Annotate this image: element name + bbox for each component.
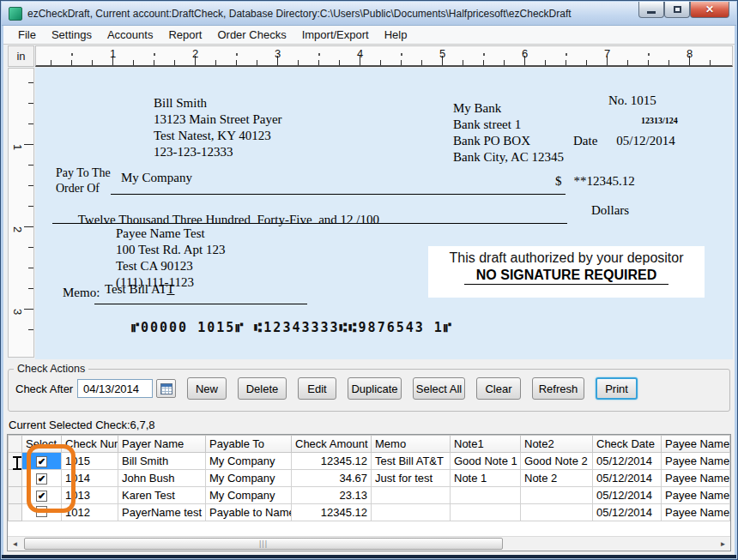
- table-row[interactable]: 1012 PayerName test Payable to Name 1234…: [9, 504, 730, 521]
- app-window: ezCheckDraft, Current account:DraftCheck…: [0, 0, 738, 560]
- app-icon: [9, 7, 22, 21]
- payable-to-value: My Company: [121, 171, 192, 184]
- select-cell: ✔: [22, 453, 62, 470]
- row-checkbox[interactable]: ✔: [36, 491, 47, 502]
- ruler-unit-label: in: [8, 45, 34, 67]
- horizontal-scrollbar[interactable]: ◄ ||| ►: [8, 536, 730, 551]
- check-date-row: Date 05/12/2014: [573, 134, 675, 148]
- scroll-right-arrow-icon[interactable]: ►: [716, 537, 730, 551]
- title-bar: ezCheckDraft, Current account:DraftCheck…: [2, 2, 736, 26]
- dollars-label: Dollars: [591, 203, 629, 218]
- hruler-number: 4: [357, 47, 363, 60]
- menu-report[interactable]: Report: [160, 27, 209, 43]
- restore-button[interactable]: [664, 2, 690, 18]
- row-checkbox[interactable]: ✔: [36, 456, 47, 467]
- check-preview: Bill Smith 13123 Main Street Payer Test …: [35, 68, 733, 359]
- authorization-box: This draft authorized by your depositor …: [428, 246, 705, 298]
- calendar-button[interactable]: [156, 379, 176, 398]
- col-note1[interactable]: Note1: [451, 436, 521, 453]
- col-memo[interactable]: Memo: [372, 436, 451, 453]
- col-note2[interactable]: Note2: [521, 436, 593, 453]
- payer-name: Bill Smith: [154, 95, 282, 111]
- authorization-text: This draft authorized by your depositor: [428, 250, 705, 266]
- check-after-label: Check After: [15, 382, 77, 395]
- table-header-row: Select Check Num Payer Name Payable To C…: [9, 436, 730, 453]
- calendar-icon: [160, 383, 172, 394]
- pay-to-label: Pay To The Order Of: [56, 166, 111, 196]
- minimize-button[interactable]: [638, 2, 664, 18]
- hruler-number: 7: [604, 47, 610, 60]
- window-title: ezCheckDraft, Current account:DraftCheck…: [27, 8, 572, 20]
- memo-line: Test Bill ATT: [94, 282, 307, 304]
- new-button[interactable]: New: [187, 377, 227, 400]
- close-button[interactable]: ✕: [690, 2, 729, 18]
- hruler-number: 2: [192, 47, 198, 60]
- amount-numeric: **12345.12: [574, 174, 635, 189]
- clear-button[interactable]: Clear: [476, 377, 521, 400]
- edit-button[interactable]: Edit: [298, 377, 336, 400]
- select-cell: [22, 504, 62, 521]
- row-checkbox[interactable]: ✔: [36, 473, 47, 485]
- menu-accounts[interactable]: Accounts: [100, 27, 160, 43]
- select-all-button[interactable]: Select All: [413, 377, 465, 400]
- bank-name: My Bank: [453, 100, 564, 117]
- checks-table: Select Check Num Payer Name Payable To C…: [7, 434, 731, 551]
- scrollbar-track[interactable]: |||: [22, 537, 716, 551]
- actions-row: Check After New Delete Edit Duplicate Se…: [9, 375, 729, 400]
- row-header-column: [9, 436, 22, 453]
- payer-phone: 123-123-12333: [154, 144, 282, 160]
- groupbox-label: Check Actions: [14, 363, 88, 375]
- vruler-number: 2: [11, 226, 24, 232]
- bank-address2: Bank PO BOX: [453, 133, 564, 149]
- col-check-num[interactable]: Check Num: [62, 436, 118, 453]
- col-payer-name[interactable]: Payer Name: [118, 436, 206, 453]
- duplicate-button[interactable]: Duplicate: [348, 377, 402, 400]
- menu-settings[interactable]: Settings: [44, 27, 100, 43]
- amount-row: $ **12345.12: [555, 174, 635, 189]
- print-button[interactable]: Print: [596, 377, 638, 400]
- vruler-number: 1: [11, 144, 24, 150]
- table-row[interactable]: ✔ 1013 Karen Test My Company 23.13 05/12…: [9, 487, 730, 504]
- vruler-number: 3: [11, 309, 24, 315]
- minimize-icon: [647, 11, 656, 14]
- no-signature-text: NO SIGNATURE REQUIRED: [428, 268, 705, 283]
- menu-order-checks[interactable]: Order Checks: [209, 27, 293, 43]
- restore-icon: [674, 6, 681, 13]
- payable-to-line: My Company: [111, 171, 566, 195]
- payee-address1: 100 Test Rd. Apt 123: [116, 242, 225, 258]
- payer-address2: Test Natest, KY 40123: [154, 128, 282, 144]
- selected-checks-status: Current Selected Check:6,7,8: [9, 418, 155, 431]
- payer-block: Bill Smith 13123 Main Street Payer Test …: [154, 95, 282, 160]
- select-cell: ✔: [22, 470, 62, 487]
- close-icon: ✕: [705, 3, 714, 15]
- refresh-button[interactable]: Refresh: [532, 377, 584, 400]
- date-value: 05/12/2014: [616, 134, 674, 148]
- menu-file[interactable]: File: [10, 27, 44, 43]
- col-check-amount[interactable]: Check Amount: [292, 436, 372, 453]
- payer-address1: 13123 Main Street Payer: [154, 111, 282, 128]
- col-select[interactable]: Select: [22, 436, 62, 453]
- memo-value: Test Bill AT: [105, 282, 166, 296]
- date-label: Date: [573, 134, 597, 148]
- horizontal-ruler: 1 2 3 4 5 6 7 8: [35, 45, 733, 67]
- check-actions-groupbox: Check Actions Check After New Delete Edi…: [8, 363, 730, 412]
- bank-fraction: 12313/124: [641, 116, 678, 125]
- bank-block: My Bank Bank street 1 Bank PO BOX Bank C…: [453, 100, 564, 166]
- table-row[interactable]: ✔ 1015 Bill Smith My Company 12345.12 Te…: [9, 453, 730, 470]
- hruler-number: 1: [110, 47, 116, 60]
- menu-help[interactable]: Help: [377, 27, 415, 43]
- row-checkbox[interactable]: [36, 506, 47, 517]
- menu-import-export[interactable]: Import/Export: [294, 27, 377, 43]
- delete-button[interactable]: Delete: [238, 377, 287, 400]
- signature-line: [464, 284, 668, 285]
- col-payee-name[interactable]: Payee Name: [662, 436, 730, 453]
- col-check-date[interactable]: Check Date: [593, 436, 662, 453]
- menu-bar: File Settings Accounts Report Order Chec…: [3, 26, 735, 45]
- micr-line: ⑈00000 1015⑈ ⑆12343333⑆⑆9876543 1⑈: [131, 320, 453, 335]
- table-row[interactable]: ✔ 1014 John Bush My Company 34.67 Just f…: [9, 470, 730, 487]
- check-after-input[interactable]: [77, 379, 153, 398]
- scrollbar-thumb[interactable]: |||: [24, 538, 503, 550]
- scroll-left-arrow-icon[interactable]: ◄: [8, 537, 22, 551]
- amount-words-line: Twelve Thousand Three Hundred Forty-Five…: [52, 198, 567, 224]
- col-payable-to[interactable]: Payable To: [206, 436, 292, 453]
